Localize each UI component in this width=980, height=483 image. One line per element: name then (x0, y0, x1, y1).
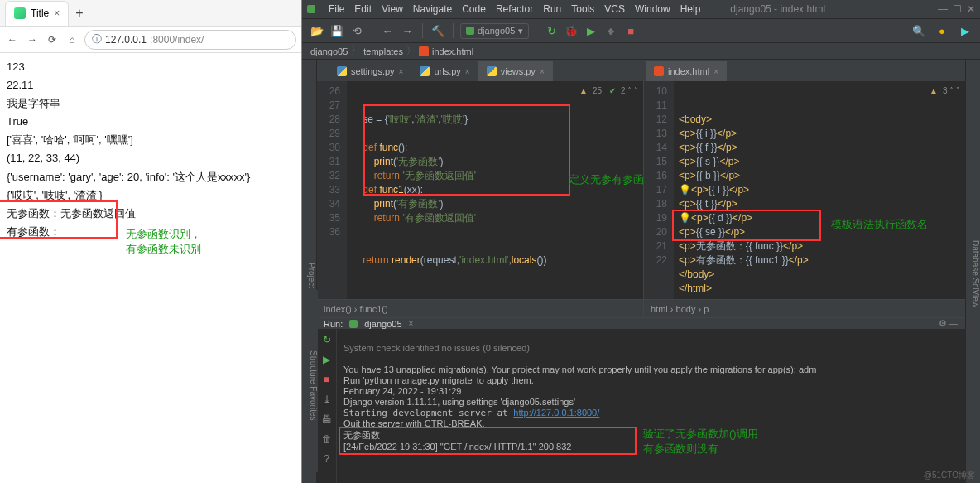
menu-item[interactable]: VCS (604, 3, 625, 15)
line-gutter: 2627282930313233343536 (317, 81, 347, 299)
new-tab-button[interactable]: + (75, 6, 83, 21)
annotation-box (672, 210, 821, 241)
menu-item[interactable]: Window (635, 3, 670, 15)
close-icon[interactable]: ✕ (967, 3, 975, 15)
browser-tab[interactable]: Title × (5, 1, 69, 26)
inspection-widget[interactable]: ▲25 ✔2 ˄ ˅ (579, 84, 638, 98)
stop-icon[interactable]: ■ (622, 22, 639, 39)
sync-icon[interactable]: ⟲ (348, 22, 365, 39)
close-icon[interactable]: × (540, 67, 545, 76)
menu-item[interactable]: Run (543, 3, 561, 15)
scroll-icon[interactable]: ⤓ (323, 394, 331, 405)
stop-icon[interactable]: ■ (324, 374, 329, 385)
trash-icon[interactable]: 🗑 (322, 433, 332, 445)
django-icon (466, 27, 474, 35)
python-icon (420, 66, 430, 76)
search-icon[interactable]: 🔍 (910, 22, 927, 39)
chevron-down-icon: ▾ (518, 26, 523, 36)
run-config-label: django05 (478, 26, 515, 36)
menu-item[interactable]: Tools (571, 3, 594, 15)
home-icon[interactable]: ⌂ (65, 34, 79, 46)
page-line: ['喜喜', '哈哈', '呵呵', '嘿嘿'] (7, 131, 295, 149)
minimize-icon[interactable]: — (938, 3, 948, 15)
editor-tab[interactable]: views.py× (478, 61, 553, 81)
close-tab-icon[interactable]: × (54, 7, 60, 19)
server-link[interactable]: http://127.0.0.1:8000/ (513, 408, 599, 418)
close-icon[interactable]: × (465, 67, 470, 76)
menu-item[interactable]: Edit (354, 3, 372, 15)
help-icon[interactable]: ? (324, 453, 329, 465)
app-icon (307, 5, 315, 13)
menu-item[interactable]: Help (680, 3, 701, 15)
annotation-box (339, 427, 637, 455)
gear-icon[interactable]: ⚙ — (939, 318, 958, 329)
run-icon[interactable]: ▶ (323, 354, 330, 365)
inspection-widget[interactable]: ▲3 ˄ ˅ (930, 84, 960, 98)
rerun-icon[interactable]: ↻ (323, 334, 331, 345)
code-area[interactable]: ▲3 ˄ ˅ <body> <p>{{ i }}</p> <p>{{ f }}<… (674, 81, 965, 299)
annotation-text: 无参函数识别， 有参函数未识别 (126, 227, 201, 257)
open-icon[interactable]: 📂 (309, 22, 325, 39)
crumb-item[interactable]: django05 (310, 46, 348, 56)
editor-right[interactable]: 10111213141516171819202122 ▲3 ˄ ˅ <body>… (644, 81, 965, 299)
crumb-item[interactable]: templates (363, 46, 403, 56)
annotation-box (363, 104, 570, 196)
editor-tab[interactable]: index.html× (646, 61, 727, 81)
line-gutter: 10111213141516171819202122 (644, 81, 674, 299)
ide-settings-icon[interactable]: ● (934, 22, 950, 39)
more-icon[interactable]: ▶ (957, 22, 973, 39)
annotation-text: 模板语法执行函数名 (831, 217, 928, 232)
close-icon[interactable]: × (399, 67, 404, 76)
editor-tab[interactable]: urls.py× (411, 61, 478, 81)
address-bar[interactable]: ⓘ 127.0.0.1:8000/index/ (84, 30, 296, 50)
back-icon[interactable]: ← (379, 22, 396, 39)
run-header: Run: django05 × ⚙ — (317, 318, 965, 329)
reload-icon[interactable]: ⟳ (45, 34, 60, 46)
menu-item[interactable]: File (329, 3, 344, 15)
menu-item[interactable]: Code (462, 3, 486, 15)
attach-icon[interactable]: ⎆ (603, 22, 619, 39)
left-toolwindow-bar-lower[interactable]: Structure Favorites (303, 290, 318, 472)
breadcrumb: django05〉 templates〉 index.html (302, 43, 980, 60)
editor-tab[interactable]: settings.py× (329, 61, 411, 81)
run-icon[interactable]: ▶ (583, 22, 599, 39)
menu-item[interactable]: Navigate (413, 3, 452, 15)
print-icon[interactable]: 🖶 (322, 413, 332, 425)
build-icon[interactable]: 🔨 (430, 22, 446, 39)
menu-item[interactable]: View (382, 3, 403, 15)
html-icon (654, 66, 664, 76)
back-icon[interactable]: ← (5, 34, 20, 46)
django-icon (349, 320, 358, 328)
run-config-combo[interactable]: django05 ▾ (460, 23, 529, 39)
url-host: 127.0.0.1 (105, 34, 147, 46)
page-line: 我是字符串 (7, 94, 295, 113)
forward-icon[interactable]: → (25, 34, 40, 46)
maximize-icon[interactable]: ☐ (953, 3, 962, 15)
annotation-text: 验证了无参函数加()调用 有参函数则没有 (643, 427, 758, 456)
browser-window: Title × + ← → ⟳ ⌂ ⓘ 127.0.0.1:8000/index… (0, 0, 302, 483)
python-icon (337, 66, 347, 76)
right-toolwindow-bar[interactable]: Database SciView (965, 60, 980, 483)
save-icon[interactable]: 💾 (329, 22, 345, 39)
url-path: :8000/index/ (150, 34, 204, 46)
editor-split: 2627282930313233343536 ▲25 ✔2 ˄ ˅ se = {… (317, 81, 965, 299)
close-icon[interactable]: × (409, 319, 414, 328)
editor-tabstrip: settings.py× urls.py× views.py× index.ht… (317, 60, 965, 81)
forward-icon[interactable]: → (399, 22, 416, 39)
run-output[interactable]: System check identified no issues (0 sil… (337, 329, 965, 483)
crumb-item[interactable]: index.html (432, 46, 473, 56)
project-title: django05 - index.html (730, 3, 825, 15)
ide-titlebar: File Edit View Navigate Code Refactor Ru… (302, 0, 980, 18)
code-area[interactable]: ▲25 ✔2 ˄ ˅ se = {'吱吱','渣渣','哎哎'} def fun… (347, 81, 643, 299)
close-icon[interactable]: × (713, 67, 718, 76)
page-line: (11, 22, 33, 44) (7, 149, 295, 167)
favicon (14, 7, 26, 19)
page-line: 123 (7, 58, 295, 76)
sync-run-icon[interactable]: ↻ (543, 22, 560, 39)
editor-left[interactable]: 2627282930313233343536 ▲25 ✔2 ˄ ˅ se = {… (317, 81, 644, 299)
run-gutter: ↻ ▶ ■ ⤓ 🖶 🗑 ? (317, 329, 337, 483)
debug-icon[interactable]: 🐞 (563, 22, 579, 39)
run-title: Run: (324, 319, 343, 329)
menu-item[interactable]: Refactor (496, 3, 533, 15)
python-icon (487, 66, 497, 76)
